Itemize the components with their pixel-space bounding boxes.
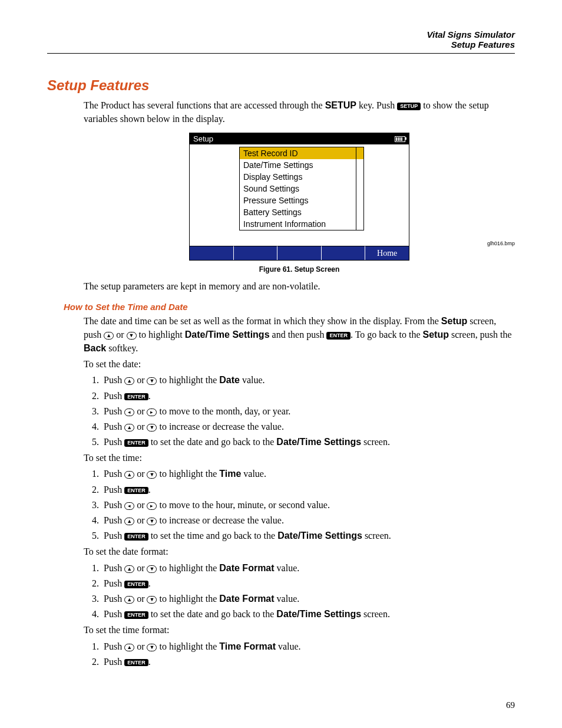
- enter-key-icon: ENTER: [124, 533, 148, 541]
- enter-key-icon: ENTER: [124, 487, 148, 495]
- setup-screen: Setup Test Record ID Date/Time Settings …: [189, 133, 409, 261]
- enter-key-icon: ENTER: [124, 581, 148, 588]
- down-arrow-icon: ▼: [147, 471, 157, 479]
- down-arrow-icon: ▼: [147, 377, 157, 385]
- section-heading: Setup Features: [47, 77, 515, 94]
- softkey-home: Home: [365, 246, 409, 260]
- setup-key-icon: SETUP: [397, 103, 421, 110]
- down-arrow-icon: ▼: [127, 332, 137, 340]
- screen-title: Setup: [193, 134, 213, 143]
- list-item: Instrument Information: [240, 218, 363, 230]
- down-arrow-icon: ▼: [147, 424, 157, 431]
- battery-icon: [395, 136, 405, 142]
- time-format-steps: Push ▲ or ▼ to highlight the Time Format…: [84, 640, 515, 668]
- right-arrow-icon: ▸: [147, 502, 157, 510]
- bmp-label: glh016.bmp: [487, 241, 515, 246]
- up-arrow-icon: ▲: [124, 424, 134, 431]
- subheading: How to Set the Time and Date: [64, 302, 515, 312]
- up-arrow-icon: ▲: [124, 596, 134, 604]
- enter-key-icon: ENTER: [124, 439, 148, 447]
- up-arrow-icon: ▲: [124, 565, 134, 573]
- softkey: [322, 246, 366, 260]
- scrollbar: [356, 147, 363, 230]
- enter-key-icon: ENTER: [124, 611, 148, 619]
- down-arrow-icon: ▼: [147, 518, 157, 525]
- header-subtitle: Setup Features: [47, 39, 515, 50]
- down-arrow-icon: ▼: [147, 565, 157, 573]
- page-number: 69: [506, 700, 515, 710]
- header-rule: [47, 53, 515, 54]
- list-item: Pressure Settings: [240, 195, 363, 206]
- list-item: Test Record ID: [240, 147, 363, 159]
- enter-key-icon: ENTER: [124, 393, 148, 401]
- date-steps: Push ▲ or ▼ to highlight the Date value.…: [84, 373, 515, 449]
- after-figure-text: The setup parameters are kept in memory …: [84, 279, 515, 293]
- header-title: Vital Signs Simulator: [47, 29, 515, 39]
- up-arrow-icon: ▲: [124, 518, 134, 525]
- up-arrow-icon: ▲: [124, 377, 134, 385]
- softkey: [190, 246, 234, 260]
- setup-key-word: SETUP: [325, 100, 356, 110]
- up-arrow-icon: ▲: [124, 471, 134, 479]
- date-format-steps: Push ▲ or ▼ to highlight the Date Format…: [84, 561, 515, 621]
- softkey: [277, 246, 322, 260]
- sub-intro-paragraph: The date and time can be set as well as …: [84, 314, 515, 355]
- figure-caption: Figure 61. Setup Screen: [84, 265, 515, 274]
- list-item: Battery Settings: [240, 206, 363, 218]
- to-set-time: To set the time:: [84, 451, 515, 465]
- up-arrow-icon: ▲: [124, 644, 134, 651]
- intro-paragraph: The Product has several functions that a…: [84, 98, 515, 126]
- left-arrow-icon: ◂: [124, 502, 134, 510]
- down-arrow-icon: ▼: [147, 596, 157, 604]
- enter-key-icon: ENTER: [326, 332, 351, 340]
- right-arrow-icon: ▸: [147, 409, 157, 416]
- to-set-date: To set the date:: [84, 357, 515, 371]
- left-arrow-icon: ◂: [124, 409, 134, 416]
- list-item: Date/Time Settings: [240, 159, 363, 171]
- list-item: Sound Settings: [240, 183, 363, 195]
- list-item: Display Settings: [240, 171, 363, 183]
- to-set-date-format: To set the date format:: [84, 545, 515, 558]
- softkey: [234, 246, 278, 260]
- enter-key-icon: ENTER: [124, 659, 148, 667]
- time-steps: Push ▲ or ▼ to highlight the Time value.…: [84, 467, 515, 542]
- up-arrow-icon: ▲: [104, 332, 114, 340]
- down-arrow-icon: ▼: [147, 644, 157, 651]
- setup-listbox: Test Record ID Date/Time Settings Displa…: [239, 147, 364, 230]
- to-set-time-format: To set the time format:: [84, 623, 515, 637]
